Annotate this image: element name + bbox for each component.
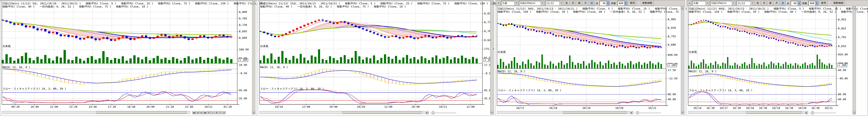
volume-bar [377, 60, 379, 63]
nav-button-8[interactable]: C [218, 111, 222, 114]
period-button-2[interactable]: 週 [768, 1, 773, 6]
spin-up-icon[interactable]: ▲ [606, 1, 610, 5]
nav-button-7[interactable]: B [215, 111, 218, 114]
chevron-down-icon[interactable]: ▼ [540, 1, 544, 5]
price-tick-label: 8,765 [239, 17, 247, 20]
chevron-down-icon[interactable]: ▼ [732, 1, 735, 5]
ashi-button[interactable]: 足 [755, 1, 761, 6]
zoom-slider-handle[interactable] [811, 111, 813, 114]
nav-button-1[interactable]: ◀◀ [192, 111, 196, 114]
chevron-down-icon[interactable]: ▼ [750, 1, 754, 5]
horizontal-scrollbar[interactable] [2, 111, 190, 114]
volume-bar [776, 65, 777, 69]
period-button-3[interactable]: 月 [583, 1, 588, 6]
multi-symbol-button[interactable]: 複数銘柄 [832, 1, 845, 6]
scrollbar-thumb[interactable] [746, 111, 802, 114]
legend-dropdown[interactable]: 凡例▼ [501, 1, 518, 6]
vertical-scrollbar[interactable]: ▲▼ [490, 1, 493, 114]
scrollbar-thumb[interactable] [563, 111, 626, 114]
scroll-right-button[interactable]: ▶ [805, 111, 808, 114]
candlestick [602, 43, 604, 45]
combo-arrow-button[interactable]: ▼ [687, 1, 691, 6]
period-button-1[interactable]: 日 [762, 1, 767, 6]
nav-button-6[interactable]: L [211, 111, 215, 114]
period-button-1[interactable]: 日 [570, 1, 576, 6]
horizontal-scrollbar[interactable] [688, 111, 804, 114]
bar-count-stepper[interactable]: 600▲ [808, 1, 818, 6]
minutes-stepper[interactable]: 30▲ [599, 1, 610, 6]
period-button-4[interactable]: 分 [780, 1, 785, 6]
scroll-up-icon[interactable]: ▲ [490, 2, 493, 5]
candlestick [351, 24, 353, 26]
zoom-slider-handle[interactable] [637, 111, 639, 114]
period-button-3[interactable]: 月 [774, 1, 779, 6]
minutes-stepper[interactable]: 60▲ [790, 1, 801, 6]
scroll-down-icon[interactable]: ▼ [681, 111, 684, 114]
chart-plot-area[interactable] [496, 0, 685, 116]
candlestick [705, 20, 707, 21]
volume-bar [658, 62, 659, 69]
candlestick [622, 45, 623, 47]
price-tick-label: 8,755 [838, 36, 846, 39]
scroll-down-icon[interactable]: ▼ [490, 111, 493, 114]
ashi-button[interactable]: 足 [564, 1, 569, 6]
chart-plot-area[interactable] [0, 0, 257, 116]
multi-symbol-button[interactable]: 複数銘柄 [641, 1, 654, 6]
volume-bar [730, 65, 731, 69]
volume-bar [577, 63, 579, 69]
combo-arrow-button[interactable]: ▼ [496, 1, 500, 6]
chevron-down-icon[interactable]: ▼ [559, 1, 563, 5]
scroll-right-button[interactable]: ▶ [425, 111, 429, 114]
horizontal-scrollbar[interactable] [259, 111, 425, 114]
spin-up-icon[interactable]: ▲ [815, 1, 818, 5]
legend-dropdown[interactable]: 凡例▼ [692, 1, 709, 6]
vertical-scrollbar[interactable]: ▲▼ [252, 1, 255, 114]
apply-button[interactable]: 適用 [628, 1, 636, 6]
zoom-slider[interactable] [431, 112, 456, 113]
contract-dropdown[interactable]: 11/12▼ [736, 1, 754, 6]
price-tick-label: 8,680 [668, 43, 676, 46]
candlestick [126, 36, 128, 38]
scroll-up-icon[interactable]: ▲ [853, 7, 856, 10]
chart-plot-area[interactable] [258, 0, 494, 116]
volume-bar [333, 58, 335, 63]
scrollbar-thumb[interactable] [96, 111, 187, 114]
nav-button-4[interactable]: ▶▶ [204, 111, 207, 114]
candlestick [377, 34, 379, 35]
candlestick [303, 25, 306, 27]
candlestick [122, 36, 124, 38]
nav-button-3[interactable]: ▶ [200, 111, 203, 114]
scroll-right-button[interactable]: ▶ [630, 111, 633, 114]
vertical-scrollbar[interactable]: ▲▼ [681, 6, 684, 114]
nav-button-9[interactable]: X [222, 111, 226, 114]
chart-toolbar: ▼凡例▼日経225mini▼11/12▼足日週月分分30▲本数600▲適用複数銘… [496, 0, 685, 6]
candlestick [658, 47, 659, 48]
nav-button-2[interactable]: ◀ [196, 111, 199, 114]
scrollbar-thumb[interactable] [342, 111, 421, 114]
scroll-down-icon[interactable]: ▼ [252, 111, 255, 114]
scroll-up-icon[interactable]: ▲ [252, 2, 255, 5]
candlestick [805, 46, 806, 47]
nav-button-5[interactable]: D [207, 111, 211, 114]
contract-dropdown[interactable]: 11/12▼ [545, 1, 563, 6]
scroll-up-icon[interactable]: ▲ [681, 7, 684, 10]
vertical-scrollbar[interactable]: ▲▼ [852, 6, 856, 114]
period-button-2[interactable]: 週 [577, 1, 582, 6]
zoom-slider[interactable] [635, 112, 660, 113]
zoom-slider[interactable] [810, 112, 835, 113]
chevron-down-icon[interactable]: ▼ [706, 1, 709, 5]
stochastics-section-label: スロー・ストキャスティクス( 14, 3, 80, 20 ) [689, 89, 752, 92]
zoom-slider-handle[interactable] [432, 111, 434, 114]
horizontal-scrollbar[interactable] [497, 111, 629, 114]
period-button-4[interactable]: 分 [589, 1, 594, 6]
chevron-down-icon[interactable]: ▼ [514, 1, 518, 5]
scroll-down-icon[interactable]: ▼ [853, 111, 856, 114]
apply-button[interactable]: 適用 [819, 1, 827, 6]
spin-up-icon[interactable]: ▲ [624, 1, 627, 5]
symbol-dropdown[interactable]: 日経225mini▼ [710, 1, 736, 6]
candlestick [355, 26, 357, 27]
spin-up-icon[interactable]: ▲ [798, 1, 801, 5]
symbol-dropdown[interactable]: 日経225mini▼ [519, 1, 545, 6]
volume-bar [742, 64, 743, 69]
bar-count-stepper[interactable]: 600▲ [617, 1, 627, 6]
